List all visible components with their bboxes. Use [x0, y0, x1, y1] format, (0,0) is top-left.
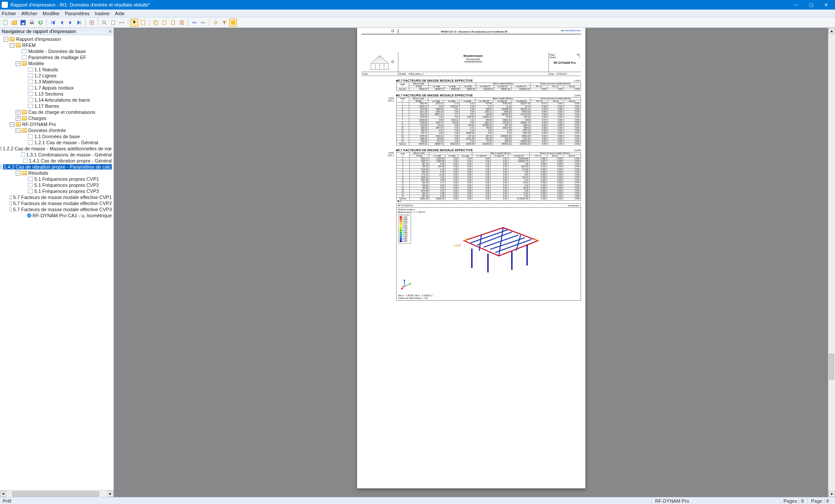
tb-prev-icon[interactable] — [58, 19, 66, 27]
doc-icon — [0, 146, 1, 151]
menu-help[interactable]: Aide — [115, 11, 124, 16]
tree-item[interactable]: 1.2 Lignes — [0, 73, 114, 79]
tree-item[interactable]: RF-DYNAM Pro CA1 - u, Isométrique — [0, 212, 114, 219]
svg-point-14 — [193, 22, 194, 23]
tree-item[interactable]: 1.17 Barres — [0, 103, 114, 109]
tb-text-icon[interactable] — [139, 19, 147, 27]
tree-item[interactable]: 1.13 Sections — [0, 91, 114, 97]
menu-edit[interactable]: Modifier — [43, 11, 60, 16]
tree-toggle-icon[interactable]: − — [16, 128, 20, 133]
tree-item[interactable]: 1.2.1 Cas de masse - Général — [0, 139, 114, 146]
menu-insert[interactable]: Insérer — [95, 11, 110, 16]
scroll-right-icon[interactable]: ► — [107, 491, 114, 497]
preview-area[interactable]: RFEM 5.07.13 - Structures 3D analysées p… — [114, 28, 828, 497]
menu-view[interactable]: Afficher — [21, 11, 37, 16]
tree-item[interactable]: 1.14 Articulations de barre — [0, 97, 114, 103]
scroll-down-icon[interactable]: ▼ — [828, 491, 835, 497]
preview-vscrollbar[interactable]: ▲ ▼ — [828, 28, 835, 497]
tree-item[interactable]: +Cas de charge et combinaisons — [0, 109, 114, 115]
tb-next-icon[interactable] — [67, 19, 74, 27]
tree-toggle-icon[interactable]: + — [16, 116, 20, 121]
tb-copy-icon[interactable] — [152, 19, 160, 27]
folder-icon — [10, 37, 15, 41]
tb-refresh-icon[interactable] — [37, 19, 44, 27]
tb-paste-icon[interactable] — [169, 19, 177, 27]
tb-fitpage-icon[interactable] — [109, 19, 117, 27]
tree-item[interactable]: 1.1 Données de base — [0, 133, 114, 139]
tree-label: 1.1 Nœuds — [34, 67, 58, 72]
tree-item[interactable]: −Résultats — [0, 170, 114, 176]
tree-item[interactable]: 1.4.1 Cas de vibration propre - Général — [0, 158, 114, 164]
tree-item[interactable]: 5.1 Fréquences propres CVP2 — [0, 182, 114, 188]
tree-item[interactable]: 1.2.2 Cas de masse - Masses additionnell… — [0, 146, 114, 152]
tree-item[interactable]: 5.7 Facteurs de masse modale effective C… — [0, 200, 114, 206]
tb-print-icon[interactable] — [28, 19, 36, 27]
maximize-button[interactable]: ▢ — [804, 0, 818, 10]
tb-fitwidth-icon[interactable] — [118, 19, 126, 27]
tree-hscrollbar[interactable]: ◄ ► — [0, 490, 114, 497]
tree-label: 1.3 Matériaux — [34, 79, 63, 84]
tb-highlight-icon[interactable] — [229, 19, 237, 27]
navigator-close-icon[interactable]: ✕ — [108, 29, 112, 34]
tb-new-icon[interactable] — [2, 19, 10, 27]
menu-file[interactable]: Fichier — [2, 11, 16, 16]
tb-settings-icon[interactable] — [212, 19, 220, 27]
tb-unlink-icon[interactable] — [199, 19, 207, 27]
tb-save-icon[interactable] — [19, 19, 27, 27]
tree-toggle-icon[interactable]: − — [3, 37, 8, 42]
doc-icon — [22, 55, 27, 60]
tree-item[interactable]: +Charges — [0, 115, 114, 121]
svg-rect-10 — [155, 21, 157, 25]
tb-last-icon[interactable] — [75, 19, 83, 27]
navigator-title: Navigateur de rapport d'impression — [2, 29, 76, 34]
close-button[interactable]: ✕ — [818, 0, 833, 10]
tree[interactable]: −Rapport d'impression−RFEMModèle - Donné… — [0, 35, 114, 490]
tree-item[interactable]: 1.4.2 Cas de vibration propre - Paramètr… — [0, 164, 114, 170]
doc-icon — [10, 201, 12, 206]
tree-toggle-icon[interactable]: − — [16, 61, 20, 66]
svg-rect-12 — [172, 20, 175, 24]
tree-item[interactable]: −RF-DYNAM Pro — [0, 121, 114, 127]
status-pages: Pages : 9 — [780, 498, 807, 504]
tree-item[interactable]: 5.1 Fréquences propres CVP1 — [0, 176, 114, 182]
tree-item[interactable]: −Modèle — [0, 60, 114, 66]
tree-item[interactable]: 5.7 Facteurs de masse modale effective C… — [0, 194, 114, 200]
tree-item[interactable]: −Données d'entrée — [0, 127, 114, 133]
tb-select-icon[interactable] — [130, 19, 138, 27]
module-name: RF-DYNAM Pro — [550, 61, 580, 64]
tree-toggle-icon[interactable]: − — [10, 43, 14, 48]
vscroll-thumb[interactable] — [829, 354, 834, 380]
doc-icon — [28, 104, 33, 108]
scroll-up-icon[interactable]: ▲ — [828, 28, 835, 34]
tree-item[interactable]: 1.7 Appuis nodaux — [0, 85, 114, 91]
scroll-thumb[interactable] — [12, 491, 99, 497]
tree-item[interactable]: 1.1 Nœuds — [0, 66, 114, 73]
tree-item[interactable]: −Rapport d'impression — [0, 36, 114, 42]
tree-item[interactable]: 1.3 Matériaux — [0, 79, 114, 85]
tb-open-icon[interactable] — [10, 19, 18, 27]
tb-export-icon[interactable] — [88, 19, 96, 27]
tb-link-icon[interactable] — [190, 19, 198, 27]
menu-params[interactable]: Paramètres — [65, 11, 90, 16]
doc-icon — [0, 165, 1, 169]
minimize-button[interactable]: ─ — [789, 0, 804, 10]
scroll-left-icon[interactable]: ◄ — [0, 491, 6, 497]
doc-icon — [28, 189, 33, 193]
tree-toggle-icon[interactable]: − — [16, 171, 20, 176]
tree-item[interactable]: 5.7 Facteurs de masse modale effective C… — [0, 206, 114, 212]
toolbar — [0, 17, 835, 28]
tb-zoom-icon[interactable] — [100, 19, 108, 27]
tree-label: 1.1 Données de base — [34, 134, 80, 139]
tree-toggle-icon[interactable]: + — [16, 110, 20, 115]
tree-item[interactable]: 1.3.1 Combinaisons de masse - Général — [0, 152, 114, 158]
tb-first-icon[interactable] — [49, 19, 57, 27]
tree-item[interactable]: −RFEM — [0, 42, 114, 48]
tree-item[interactable]: Modèle - Données de base — [0, 48, 114, 54]
tb-cut-icon[interactable] — [160, 19, 168, 27]
tb-delete-icon[interactable] — [178, 19, 186, 27]
doc-icon — [23, 159, 27, 163]
tree-item[interactable]: 5.1 Fréquences propres CVP3 — [0, 188, 114, 194]
tree-toggle-icon[interactable]: − — [10, 122, 14, 127]
tb-filter-icon[interactable] — [220, 19, 228, 27]
tree-item[interactable]: Paramètres de maillage EF — [0, 54, 114, 60]
